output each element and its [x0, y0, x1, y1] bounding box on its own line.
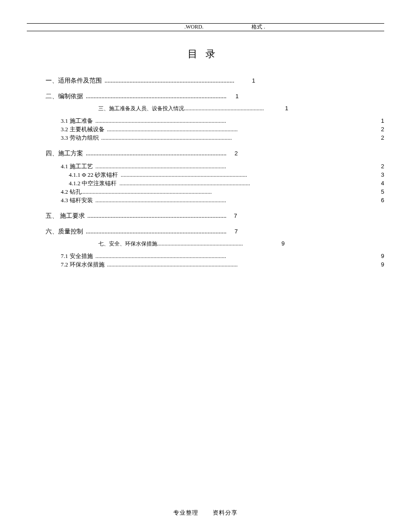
- toc-row-4-1-2: 4.1.2 中空注浆锚杆 ...........................…: [27, 179, 384, 187]
- toc-leader: ........................................…: [157, 240, 260, 247]
- toc-page: 9: [381, 261, 384, 268]
- toc-page: 9: [381, 252, 384, 260]
- toc-page: 2: [381, 134, 384, 141]
- toc-label: 7.2 环保水保措施: [27, 261, 105, 268]
- toc-page: 6: [381, 196, 384, 204]
- toc-page: 2: [235, 150, 238, 157]
- toc-page: 4: [381, 179, 384, 187]
- toc-page: 1: [285, 104, 288, 112]
- toc-page: 9: [281, 240, 285, 247]
- toc-leader: ........................................…: [81, 188, 246, 195]
- toc-label: 五、 施工要求: [27, 212, 85, 220]
- toc-label: 四、施工方案: [27, 150, 83, 157]
- toc-leader: ........................................…: [96, 162, 245, 170]
- toc-row-7-2: 7.2 环保水保措施 .............................…: [27, 261, 384, 268]
- toc-row-7: 七、安全、环保水保措施 ............................…: [27, 240, 384, 248]
- footer-left: 专业整理: [173, 509, 198, 516]
- toc-row-6: 六、质量控制 .................................…: [27, 228, 384, 235]
- toc-page: 3: [381, 171, 384, 179]
- toc-leader: ........................................…: [105, 77, 234, 84]
- toc-row-4: 四、施工方案 .................................…: [27, 150, 384, 157]
- toc-leader: ........................................…: [101, 134, 251, 141]
- toc-row-4-3: 4.3 锚杆安装 ...............................…: [27, 196, 384, 204]
- toc-title: 目录: [27, 47, 384, 61]
- toc-row-3-3: 3.3 劳动力组织 ..............................…: [27, 134, 384, 141]
- toc-leader: ........................................…: [96, 252, 245, 260]
- toc-label: 4.2 钻孔: [27, 188, 81, 195]
- toc-label: 4.1 施工工艺: [27, 162, 93, 170]
- toc-page: 2: [381, 162, 384, 170]
- table-of-contents: 一、适用条件及范围 ..............................…: [27, 77, 384, 268]
- header-right: 格式 .: [243, 24, 384, 30]
- toc-label: 7.1 安全措施: [27, 252, 93, 260]
- toc-row-1: 一、适用条件及范围 ..............................…: [27, 77, 384, 84]
- toc-leader: ........................................…: [86, 150, 226, 157]
- toc-label: 3.1 施工准备: [27, 117, 93, 125]
- toc-row-4-1-1: 4.1.1 Φ 22 砂浆锚杆 ........................…: [27, 171, 384, 179]
- toc-page: 5: [381, 188, 384, 195]
- toc-page: 1: [381, 117, 384, 125]
- toc-leader: ........................................…: [96, 117, 245, 125]
- toc-label: 六、质量控制: [27, 228, 83, 235]
- toc-row-3-1: 3.1 施工准备 ...............................…: [27, 117, 384, 125]
- toc-label: 二、编制依据: [27, 92, 83, 100]
- toc-label: 4.1.1 Φ 22 砂浆锚杆: [27, 171, 118, 179]
- toc-page: 7: [235, 228, 238, 235]
- toc-row-4-1: 4.1 施工工艺 ...............................…: [27, 162, 384, 170]
- toc-row-7-1: 7.1 安全措施 ...............................…: [27, 252, 384, 260]
- toc-leader: ........................................…: [119, 179, 252, 187]
- running-header: .WORD. 格式 .: [27, 23, 384, 31]
- toc-label: 4.3 锚杆安装: [27, 196, 93, 204]
- toc-row-3: 三、施工准备及人员、设备投入情况 .......................…: [27, 104, 384, 112]
- toc-label: 3.2 主要机械设备: [27, 125, 105, 133]
- toc-leader: ........................................…: [107, 125, 246, 133]
- toc-label: 一、适用条件及范围: [27, 77, 102, 84]
- toc-label: 三、施工准备及人员、设备投入情况: [27, 105, 184, 112]
- toc-row-5: 五、 施工要求 ................................…: [27, 212, 384, 220]
- toc-label: 4.1.2 中空注浆锚杆: [27, 179, 117, 187]
- header-left: .WORD.: [27, 24, 243, 30]
- toc-leader: ........................................…: [121, 171, 247, 179]
- toc-leader: ........................................…: [86, 228, 226, 235]
- toc-leader: ........................................…: [107, 261, 247, 268]
- toc-row-3-2: 3.2 主要机械设备 .............................…: [27, 125, 384, 133]
- footer-right: 资料分享: [213, 509, 238, 516]
- toc-page: 2: [381, 125, 384, 133]
- toc-page: 1: [235, 92, 239, 100]
- toc-leader: ........................................…: [86, 92, 226, 100]
- toc-page: 1: [252, 77, 255, 84]
- toc-label: 3.3 劳动力组织: [27, 134, 99, 141]
- toc-row-2: 二、编制依据 .................................…: [27, 92, 384, 100]
- toc-page: 7: [234, 212, 237, 220]
- toc-leader: ........................................…: [88, 212, 226, 220]
- toc-leader: ........................................…: [96, 196, 246, 204]
- toc-leader: ........................................…: [184, 104, 264, 112]
- toc-row-4-2: 4.2 钻孔 .................................…: [27, 188, 384, 195]
- toc-label: 七、安全、环保水保措施: [27, 240, 157, 248]
- running-footer: 专业整理 资料分享: [0, 509, 411, 517]
